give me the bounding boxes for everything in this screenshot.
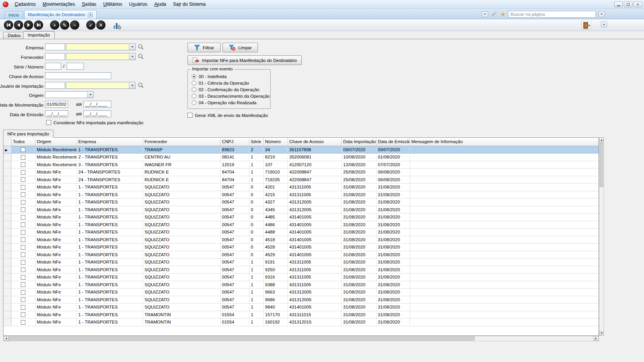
empresa-code-input[interactable] [45,43,65,50]
combo-arrow-button[interactable] [129,82,135,88]
row-checkbox[interactable] [21,215,25,220]
table-row[interactable]: Módulo NFe1 - TRANSPORTESSQUIZZATO005471… [3,304,599,311]
insert-button[interactable]: + [50,20,59,30]
close-button[interactable]: ✕ [634,2,642,7]
usuario-lookup-icon[interactable] [138,82,144,88]
data-movimentacao-fim-input[interactable] [84,101,111,108]
limpar-button[interactable]: Limpar [222,43,258,52]
evento-radio-option[interactable]: 02 - Confirmação da Operação [192,87,270,92]
row-checkbox[interactable] [21,282,25,287]
row-checkbox[interactable] [21,297,25,302]
fornecedor-code-input[interactable] [45,53,65,60]
tab-importacao[interactable]: Importação [23,31,55,39]
filtrar-button[interactable]: Filtrar [187,43,221,52]
row-checkbox[interactable] [21,320,25,325]
row-checkbox[interactable] [21,177,25,182]
row-checkbox[interactable] [21,252,25,257]
search-input[interactable] [508,11,596,18]
gerar-xml-checkbox[interactable]: Gerar XML de envio da Manifestação [187,113,268,118]
tab-dados[interactable]: Dados [3,32,25,39]
horizontal-scroll-thumb[interactable] [9,337,475,340]
table-row[interactable]: Módulo NFe1 - TRANSPORTESSQUIZZATO005470… [3,199,599,206]
column-header[interactable]: Origem [35,138,77,146]
usuario-combo[interactable] [66,82,135,89]
table-row[interactable]: Módulo NFe1 - TRANSPORTESSQUIZZATO005471… [3,296,599,304]
table-row[interactable]: ▶Módulo Recebimento1 - TRANSPORTESTRANSP… [3,146,599,153]
nav-last-button[interactable] [34,20,43,30]
combo-arrow-button[interactable] [87,92,93,98]
table-row[interactable]: Módulo NFe1 - TRANSPORTESSQUIZZATO005470… [3,214,599,221]
grid-vertical-scrollbar[interactable] [599,137,604,336]
row-checkbox[interactable] [21,162,25,167]
menu-item[interactable]: Usuários [125,0,151,8]
row-checkbox[interactable] [21,207,25,212]
chave-acesso-input[interactable] [45,72,111,79]
importar-nfe-button[interactable]: Importar NFe para Manifestação do Destin… [187,55,302,65]
column-header[interactable]: Data de Emissão [376,138,410,146]
data-emissao-fim-input[interactable] [84,110,111,117]
table-row[interactable]: Módulo NFe1 - TRANSPORTESSQUIZZATO005471… [3,289,599,296]
considerar-nfe-checkbox[interactable]: Considerar NFe importada para manifestaç… [46,120,143,125]
table-row[interactable]: Módulo NFe1 - TRANSPORTESSQUIZZATO005471… [3,266,599,274]
document-tab[interactable]: Início [5,11,23,19]
table-row[interactable]: Módulo NFe1 - TRANSPORTESSQUIZZATO005470… [3,206,599,214]
column-header[interactable]: Número [263,138,288,146]
menu-item[interactable]: Movimentações [39,0,79,8]
menu-item[interactable]: Saídas [79,0,100,8]
scroll-right-button[interactable] [593,336,599,341]
row-checkbox[interactable] [21,245,25,250]
panel-collapse-button[interactable] [601,22,607,27]
row-checkbox[interactable] [21,267,25,272]
vertical-scroll-thumb[interactable] [600,143,603,187]
column-header[interactable]: CNPJ [220,138,249,146]
data-emissao-inicio-input[interactable] [45,110,68,117]
origem-combo[interactable] [45,91,94,98]
column-header[interactable]: Data Importação [341,138,376,146]
combo-arrow-button[interactable] [129,44,135,50]
table-row[interactable]: Módulo Recebimento3 - TRANSPORTESWAGNER … [3,161,599,168]
column-header[interactable]: Mensagem de Informação [410,138,599,146]
fornecedor-lookup-icon[interactable] [138,53,144,60]
row-checkbox[interactable] [21,305,25,310]
table-row[interactable]: Módulo NFe1 - TRANSPORTESSQUIZZATO005470… [3,221,599,229]
usuario-code-input[interactable] [45,82,65,89]
row-checkbox[interactable] [21,260,25,265]
scroll-up-button[interactable] [599,138,604,142]
evento-radio-option[interactable]: 04 - Operação não Realizada [192,100,270,105]
confirm-button[interactable]: ✓ [86,20,95,30]
serie-input[interactable] [45,63,61,70]
column-header[interactable]: Série [249,138,263,146]
column-header[interactable]: Chave de Acesso [288,138,341,146]
table-row[interactable]: Módulo NFe1 - TRANSPORTESSQUIZZATO005471… [3,259,599,266]
table-row[interactable]: Módulo NFe1 - TRANSPORTESSQUIZZATO005470… [3,229,599,236]
exit-button[interactable] [581,21,591,30]
numero-input[interactable] [67,63,84,70]
row-checkbox[interactable] [21,200,25,205]
report-chart-button[interactable] [112,21,122,30]
evento-radio-option[interactable]: 01 - Ciência da Operação [192,81,270,85]
table-row[interactable]: Módulo NFe1 - TRANSPORTESSQUIZZATO005470… [3,191,599,199]
row-checkbox[interactable] [21,290,25,295]
nav-prior-button[interactable] [14,20,23,30]
column-header[interactable]: Empresa [77,138,143,146]
empresa-combo[interactable] [66,43,135,50]
menu-item[interactable]: Cadastros [11,0,39,8]
scroll-left-button[interactable] [3,336,9,341]
table-row[interactable]: Módulo NFe24 - TRANSPORTESRUDNICK E84704… [3,176,599,184]
evento-radio-option[interactable]: 00 - Indefinida [192,74,270,79]
evento-radio-option[interactable]: 03 - Desconhecimento da Operação [192,94,270,98]
tab-list-dropdown-button[interactable] [482,12,488,17]
data-movimentacao-inicio-input[interactable] [45,101,68,108]
row-checkbox[interactable] [21,155,25,160]
edit-button[interactable]: ✎ [60,20,69,30]
nav-next-button[interactable] [24,20,33,30]
delete-button[interactable]: − [70,20,79,30]
grid-horizontal-scrollbar[interactable] [3,336,599,341]
row-checkbox[interactable] [21,185,25,190]
cancel-button[interactable]: ✕ [96,20,105,30]
row-checkbox[interactable] [21,230,25,235]
table-row[interactable]: Módulo NFe1 - TRANSPORTESSQUIZZATO005471… [3,274,599,281]
table-row[interactable]: Módulo NFe1 - TRANSPORTESTRAMONTIN015541… [3,311,599,319]
scroll-down-button[interactable] [599,331,604,335]
empresa-lookup-icon[interactable] [138,44,144,50]
